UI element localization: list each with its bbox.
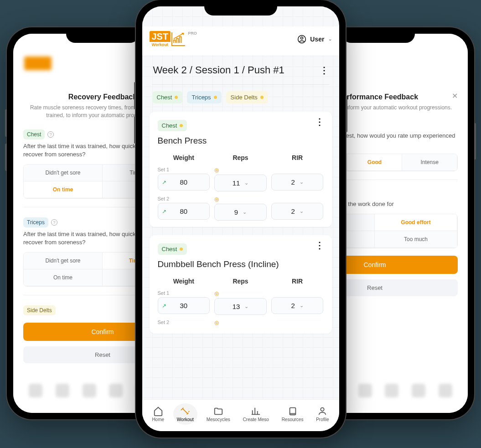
rir-select[interactable]: 2⌄ [271, 297, 324, 314]
user-menu[interactable]: User ⌄ [297, 35, 331, 44]
col-rir: RIR [271, 154, 324, 161]
nav-resources[interactable]: Resources [278, 403, 307, 425]
col-rir: RIR [271, 278, 324, 285]
chip-triceps[interactable]: Triceps [187, 91, 221, 103]
logo-badge: PRO [188, 31, 197, 36]
nav-workout[interactable]: Workout [173, 403, 197, 425]
muscle-chip-row: Chest Triceps Side Delts [142, 91, 339, 112]
muscle-chip-side-delts: Side Delts [23, 305, 56, 315]
option-on-time[interactable]: On time [24, 181, 103, 198]
app-logo[interactable]: JST Workout PRO [150, 31, 197, 47]
workout-session-screen: JST Workout PRO User ⌄ Week 2 / Session … [142, 6, 339, 431]
chevron-down-icon: ⌄ [300, 179, 304, 185]
bottom-nav: Home Workout Mesocycles Create Meso Reso… [142, 399, 339, 431]
reps-select[interactable]: 11⌄ [214, 175, 267, 191]
profile-icon [317, 406, 327, 416]
col-weight: Weight [158, 278, 210, 285]
close-icon[interactable]: ✕ [452, 92, 458, 100]
col-reps: Reps [214, 278, 267, 285]
weight-input[interactable]: ↗30 [158, 297, 210, 314]
option-good[interactable]: Good [347, 154, 403, 171]
svg-point-3 [321, 408, 324, 411]
folder-icon [213, 406, 223, 416]
trend-up-icon: ↗ [162, 208, 166, 215]
exercise-muscle-chip: Chest [158, 120, 187, 131]
rir-select[interactable]: 2⌄ [271, 203, 324, 220]
exercise-card: Chest ⋮ Bench Press Weight Reps RIR Set … [150, 112, 332, 227]
chevron-down-icon: ⌄ [244, 304, 248, 309]
muscle-chip-triceps: Triceps [23, 217, 48, 227]
session-title: Week 2 / Session 1 / Push #1 [153, 64, 284, 76]
user-icon [297, 35, 306, 44]
col-reps: Reps [214, 154, 267, 161]
phone-frame-center: JST Workout PRO User ⌄ Week 2 / Session … [136, 0, 346, 438]
session-menu-button[interactable]: ⋮ [320, 68, 328, 72]
help-icon[interactable]: ? [47, 131, 54, 138]
nav-mesocycles[interactable]: Mesocycles [203, 403, 234, 425]
chevron-down-icon: ⌄ [244, 180, 248, 186]
option-didnt-get-sore[interactable]: Didn't get sore [24, 165, 103, 181]
trend-up-icon: ↗ [162, 179, 166, 185]
nav-profile[interactable]: Profile [312, 403, 332, 425]
divider [152, 84, 329, 85]
option-didnt-get-sore[interactable]: Didn't get sore [24, 252, 103, 269]
app-header: JST Workout PRO User ⌄ [142, 26, 339, 55]
chevron-down-icon: ⌄ [300, 208, 304, 214]
chip-chest[interactable]: Chest [152, 91, 183, 103]
set-label: Set 2 [158, 196, 210, 201]
bar-chart-icon [251, 406, 261, 416]
muscle-chip-chest: Chest [23, 129, 45, 139]
exercise-name: Bench Press [158, 136, 324, 146]
book-icon [288, 406, 298, 416]
col-weight: Weight [158, 154, 210, 161]
reps-select[interactable]: 13⌄ [214, 298, 267, 315]
nav-home[interactable]: Home [148, 403, 168, 425]
option-intense[interactable]: Intense [402, 154, 457, 171]
exercise-menu-button[interactable]: ⋮ [315, 243, 324, 247]
set-label: Set 1 [158, 290, 210, 296]
weight-input[interactable]: ↗80 [158, 203, 210, 220]
chevron-down-icon: ⌄ [243, 209, 247, 215]
logo-text: JST [150, 31, 171, 41]
target-icon: ◎ [214, 290, 267, 297]
reps-select[interactable]: 9⌄ [214, 204, 267, 221]
svg-point-1 [301, 37, 303, 39]
chip-side-delts[interactable]: Side Delts [226, 91, 268, 103]
target-icon: ◎ [214, 167, 267, 173]
help-icon[interactable]: ? [51, 219, 57, 226]
user-label: User [310, 36, 324, 43]
rir-select[interactable]: 2⌄ [271, 174, 324, 191]
home-icon [153, 406, 163, 416]
option-good-effort[interactable]: Good effort [375, 214, 457, 231]
target-icon: ◎ [214, 319, 267, 326]
chevron-down-icon: ⌄ [300, 303, 304, 309]
option-too-much[interactable]: Too much [375, 231, 457, 248]
option-on-time[interactable]: On time [24, 269, 103, 286]
logo-chart-icon [171, 32, 185, 46]
set-label: Set 1 [158, 167, 210, 172]
weight-input[interactable]: ↗80 [158, 174, 210, 191]
trend-up-icon: ↗ [162, 303, 166, 309]
exercise-muscle-chip: Chest [158, 243, 187, 255]
set-label: Set 2 [158, 319, 210, 325]
nav-create-meso[interactable]: Create Meso [239, 403, 273, 425]
exercise-menu-button[interactable]: ⋮ [315, 120, 324, 124]
exercise-card: Chest ⋮ Dumbbell Bench Press (Incline) W… [150, 235, 332, 334]
exercise-name: Dumbbell Bench Press (Incline) [158, 259, 324, 269]
chevron-down-icon: ⌄ [328, 36, 332, 41]
logo-subtext: Workout [150, 41, 171, 47]
dumbbell-icon [180, 406, 190, 416]
target-icon: ◎ [214, 196, 267, 202]
